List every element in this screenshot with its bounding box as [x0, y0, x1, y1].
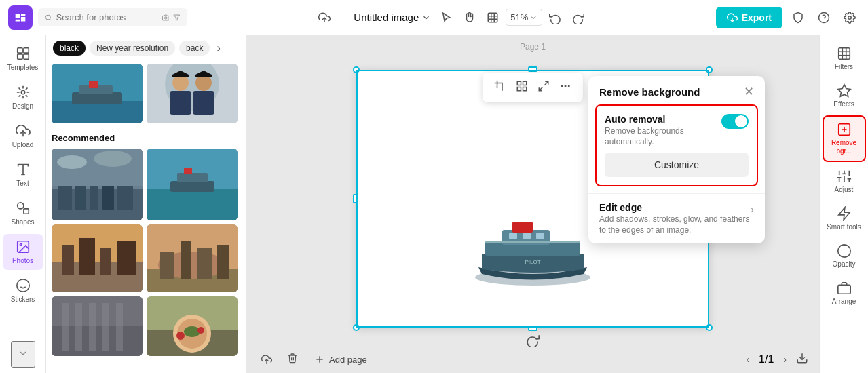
edit-edge-chevron: › [751, 203, 754, 216]
crop-tool-btn[interactable] [491, 77, 510, 98]
sidebar-label-photos: Photos [12, 257, 33, 264]
header: Untitled image 51% [0, 0, 868, 35]
edit-edge-desc: Add shadows, strokes, glow, and feathers… [599, 214, 751, 235]
canvas-upload-btn[interactable] [257, 350, 276, 369]
page-next-btn[interactable]: › [779, 351, 791, 368]
svg-rect-33 [170, 91, 191, 115]
shapes-icon [16, 201, 31, 216]
camera-icon[interactable] [162, 13, 170, 22]
sidebar-item-design[interactable]: Design [3, 79, 43, 115]
photo-thumb-3[interactable] [52, 149, 143, 220]
grid-tool-btn[interactable] [512, 77, 531, 98]
page-num: 1/1 [759, 353, 774, 366]
svg-line-90 [539, 87, 542, 91]
frame-tool-btn[interactable] [483, 7, 503, 28]
tag-black[interactable]: black [53, 41, 86, 56]
tag-new-year[interactable]: New year resolution [90, 41, 175, 56]
header-right: Export [716, 7, 860, 28]
page-prev-btn[interactable]: ‹ [742, 351, 753, 368]
right-panel-smart-tools[interactable]: Smart tools [823, 201, 866, 237]
auto-removal-toggle[interactable] [721, 114, 749, 129]
left-panel: black New year resolution back › [46, 35, 246, 373]
delete-page-btn[interactable] [282, 350, 303, 369]
icon-sidebar: Templates Design Upload Text Shapes Phot… [0, 35, 46, 373]
right-panel-adjust[interactable]: Adjust [823, 163, 866, 199]
hand-tool-btn[interactable] [459, 7, 480, 28]
smart-tools-icon [837, 206, 852, 221]
more-tool-btn[interactable] [556, 77, 575, 98]
shield-btn[interactable] [788, 7, 808, 28]
svg-rect-11 [23, 48, 28, 53]
photo-thumb-8[interactable] [147, 296, 238, 356]
export-button[interactable]: Export [716, 7, 782, 28]
search-input[interactable] [56, 12, 158, 22]
svg-rect-107 [838, 48, 850, 60]
svg-point-82 [184, 326, 200, 337]
svg-rect-53 [177, 173, 208, 182]
svg-point-91 [561, 85, 563, 87]
sidebar-item-templates[interactable]: Templates [3, 41, 43, 77]
svg-rect-36 [172, 75, 189, 77]
toggle-knob [735, 115, 747, 127]
popup-close-btn[interactable]: ✕ [744, 85, 754, 98]
svg-rect-44 [90, 182, 98, 210]
svg-rect-86 [523, 81, 527, 85]
photo-thumb-6[interactable] [147, 224, 238, 292]
right-panel-arrange[interactable]: Arrange [823, 275, 866, 311]
select-tool-btn[interactable] [436, 7, 457, 28]
canvas-export-btn[interactable] [796, 352, 808, 368]
customize-btn[interactable]: Customize [605, 153, 749, 177]
svg-marker-123 [838, 208, 850, 220]
photo-thumb-2[interactable] [147, 64, 238, 123]
sidebar-item-photos[interactable]: Photos [3, 234, 43, 270]
photo-row-1 [52, 149, 240, 220]
redo-btn[interactable] [568, 7, 588, 28]
svg-rect-13 [23, 54, 28, 59]
boat-image: PILOT [465, 216, 601, 291]
edit-edge-text: Edit edge Add shadows, strokes, glow, an… [599, 202, 751, 235]
tag-next-btn[interactable]: › [214, 41, 223, 56]
filter-icon[interactable] [173, 13, 181, 22]
opacity-icon [837, 243, 852, 258]
right-panel-effects-label: Effects [833, 100, 854, 109]
upload-icon [16, 123, 31, 138]
right-panel-effects[interactable]: Effects [823, 78, 866, 114]
svg-rect-58 [62, 245, 74, 275]
rotate-handle[interactable] [526, 333, 540, 347]
right-panel-opacity[interactable]: Opacity [823, 238, 866, 274]
tag-back[interactable]: back [179, 41, 210, 56]
photo-thumb-5[interactable] [52, 224, 143, 292]
zoom-display[interactable]: 51% [506, 9, 542, 26]
search-bar[interactable] [38, 8, 187, 26]
adjust-icon [837, 169, 852, 184]
right-panel-remove-bg[interactable]: Removebgr... [823, 115, 866, 162]
svg-text:PILOT: PILOT [525, 259, 540, 265]
settings-btn[interactable] [839, 7, 860, 28]
photo-thumb-1[interactable] [52, 64, 143, 123]
sidebar-item-stickers[interactable]: Stickers [3, 273, 43, 309]
photo-thumb-7[interactable] [52, 296, 143, 356]
popup-title: Remove background [599, 86, 700, 98]
svg-rect-77 [116, 303, 123, 351]
filters-icon [837, 46, 852, 61]
sidebar-item-shapes[interactable]: Shapes [3, 195, 43, 231]
svg-rect-27 [72, 92, 122, 104]
doc-title[interactable]: Untitled image [354, 12, 431, 23]
logo[interactable] [8, 5, 33, 30]
flip-tool-btn[interactable] [534, 77, 553, 98]
add-page-btn[interactable]: Add page [309, 351, 373, 368]
photo-thumb-4[interactable] [147, 149, 238, 220]
right-panel-filters[interactable]: Filters [823, 41, 866, 77]
panel-photos: Recommended [46, 127, 246, 373]
arrange-icon [837, 281, 852, 296]
sidebar-item-text[interactable]: Text [3, 157, 43, 193]
svg-point-92 [565, 85, 566, 87]
undo-btn[interactable] [545, 7, 565, 28]
sidebar-item-upload[interactable]: Upload [3, 118, 43, 154]
sidebar-collapse-btn[interactable] [11, 341, 35, 368]
help-btn[interactable] [814, 7, 834, 28]
edit-edge-row[interactable]: Edit edge Add shadows, strokes, glow, an… [588, 193, 765, 243]
canvas-toolbar-icons: 51% [436, 7, 588, 28]
svg-rect-29 [89, 81, 98, 88]
upload-cloud-btn[interactable] [314, 7, 335, 28]
